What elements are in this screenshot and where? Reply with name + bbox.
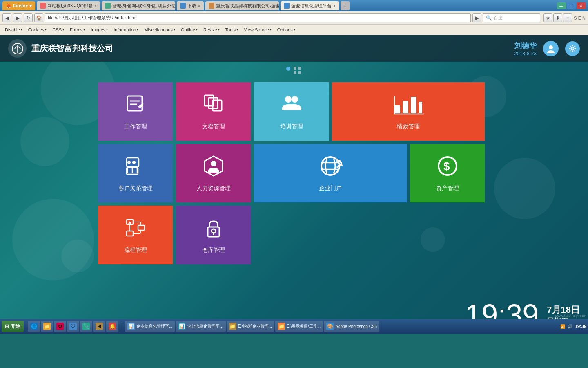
tab-3[interactable]: 重庆智联富邦科技有限公司-企业信... × [205,1,279,10]
svg-point-20 [127,161,131,164]
download-button[interactable]: ⬇ [553,13,562,22]
toolbar-arrow10: ▾ [236,28,238,31]
toolbar-arrow7: ▾ [174,28,175,31]
hr-mgmt-icon [202,155,225,181]
tab-firefox[interactable]: 🦊 Firefox ▾ [2,1,35,10]
svg-rect-16 [419,102,422,113]
tile-work-mgmt[interactable]: 工作管理 [98,82,173,141]
minimize-button[interactable]: — [557,2,566,9]
tile-train-mgmt[interactable]: 培训管理 [254,82,329,141]
perf-mgmt-label: 绩效管理 [397,123,420,130]
toolbar-tools[interactable]: Tools▾ [223,27,241,33]
address-bar[interactable]: file:///E:/展示项目/工作管理系统UI/index.html [45,13,471,22]
toolbar-cookies[interactable]: Cookies▾ [26,27,49,33]
tile-perf-mgmt[interactable]: 绩效管理 [332,82,485,141]
toolbar-information[interactable]: Information▾ [111,27,141,33]
maximize-button[interactable]: □ [567,2,576,9]
tab-close-0[interactable]: × [94,4,97,8]
toolbar-view-source[interactable]: View Source▾ [241,27,274,33]
toolbar-resize[interactable]: Resize▾ [201,27,222,33]
user-avatar[interactable] [543,41,559,56]
taskbar-folder[interactable]: 📁 [41,321,53,332]
toolbar-disable[interactable]: Disable▾ [2,27,25,33]
nav-bar: ◀ ▶ ↻ 🏠 file:///E:/展示项目/工作管理系统UI/index.h… [0,11,588,25]
taskbar-extra3-icon: 📎 [82,323,90,330]
tab-close-4[interactable]: × [333,4,336,8]
app-area: 重庆联智富邦科技公司 刘德华 2013-8-23 [0,35,588,334]
toolbar-outline[interactable]: Outline▾ [178,27,200,33]
carousel-dot-1[interactable] [294,67,302,75]
tiles-row-2: 流程管理 仓库管理 [98,206,490,264]
bookmark-button[interactable]: ★ [543,13,552,22]
svg-rect-15 [411,97,416,113]
app-header: 重庆联智富邦科技公司 刘德华 2013-8-23 [0,35,588,62]
taskbar-app-3[interactable]: 📁 E:\展示项目\工作... [275,321,323,332]
svg-point-27 [321,157,339,175]
back-button[interactable]: ◀ [2,13,11,22]
perf-mgmt-icon [392,93,425,119]
tile-process-mgmt[interactable]: 流程管理 [98,206,173,264]
go-button[interactable]: ▶ [472,13,481,22]
tab-favicon-2 [180,3,186,9]
toolbar-misc[interactable]: Miscellaneous▾ [142,27,178,33]
start-button[interactable]: ⊞ 开始 [2,321,24,332]
tab-close-2[interactable]: × [198,4,200,8]
taskbar-app1-icon: 📊 [178,323,185,330]
toolbar-arrow8: ▾ [196,28,198,31]
work-mgmt-label: 工作管理 [124,123,147,130]
search-icon: 🔍 [486,15,492,21]
tile-crm[interactable]: 客户关系管理 [98,144,173,202]
tile-doc-mgmt[interactable]: 文档管理 [176,82,251,141]
tile-asset-mgmt[interactable]: $ 资产管理 [410,144,485,202]
asset-mgmt-icon: $ [436,155,459,181]
forward-button[interactable]: ▶ [13,13,22,22]
toolbar-css[interactable]: CSS▾ [50,27,67,33]
taskbar-app4-label: Adobe Photoshop CS5 [335,324,377,329]
taskbar-extra4[interactable]: ⊞ [93,321,105,332]
address-text: file:///E:/展示项目/工作管理系统UI/index.html [48,15,136,21]
taskbar-app-1[interactable]: 📊 企业信息化管理平... [176,321,225,332]
taskbar-app-2[interactable]: 📁 E:\快盘\企业管理... [227,321,274,332]
toolbar-images[interactable]: Images▾ [88,27,110,33]
tile-portal[interactable]: 企业门户 [254,144,407,202]
search-bar[interactable]: 🔍 百度 [483,13,540,22]
taskbar-ie[interactable]: 🌐 [28,321,40,332]
tiles-row-0: 工作管理 文档管理 [98,82,490,141]
process-mgmt-label: 流程管理 [124,247,147,254]
svg-point-2 [549,45,553,49]
close-button[interactable]: × [577,2,586,9]
tile-hr-mgmt[interactable]: 人力资源管理 [176,144,251,202]
toolbar-options[interactable]: Options▾ [275,27,298,33]
new-tab-button[interactable]: + [341,1,350,10]
taskbar-extra2[interactable]: 🛡 [67,321,79,332]
toolbar-forms[interactable]: Forms▾ [67,27,87,33]
taskbar-extra3[interactable]: 📎 [80,321,92,332]
svg-point-26 [211,161,216,166]
svg-point-12 [292,96,298,103]
crm-icon [124,155,147,181]
menu-button[interactable]: ≡ [563,13,572,22]
taskbar-extra1[interactable]: ⚙ [54,321,66,332]
taskbar-app0-icon: 📊 [127,323,135,330]
tile-warehouse-mgmt[interactable]: 仓库管理 [176,206,251,264]
home-button[interactable]: 🏠 [34,13,43,22]
taskbar-app-0[interactable]: 📊 企业信息化管理平... [125,321,175,332]
taskbar-extra5[interactable]: 🔔 [106,321,118,332]
refresh-button[interactable]: ↻ [24,13,33,22]
logo-svg [11,43,24,55]
tab-0[interactable]: 网站模版003 - QQ邮箱 × [37,1,100,10]
svg-point-21 [132,161,136,164]
tab-1[interactable]: 智城-外包网-软件外包, 项目外包, ... × [102,1,175,10]
tab-4[interactable]: 企业信息化管理平台 × [281,1,339,10]
svg-marker-40 [128,221,131,224]
carousel-dot-0[interactable] [286,67,290,71]
taskbar-app2-icon: 📁 [229,323,236,330]
hr-mgmt-label: 人力资源管理 [196,185,231,192]
taskbar-app-4[interactable]: 🎨 Adobe Photoshop CS5 [324,321,379,332]
start-icon: ⊞ [5,323,9,329]
user-date: 2013-8-23 [514,51,537,56]
header-right: 刘德华 2013-8-23 [514,41,580,56]
tab-2[interactable]: 下载 × [177,1,204,10]
settings-button[interactable] [565,41,580,56]
toolbar-arrow9: ▾ [218,28,220,31]
